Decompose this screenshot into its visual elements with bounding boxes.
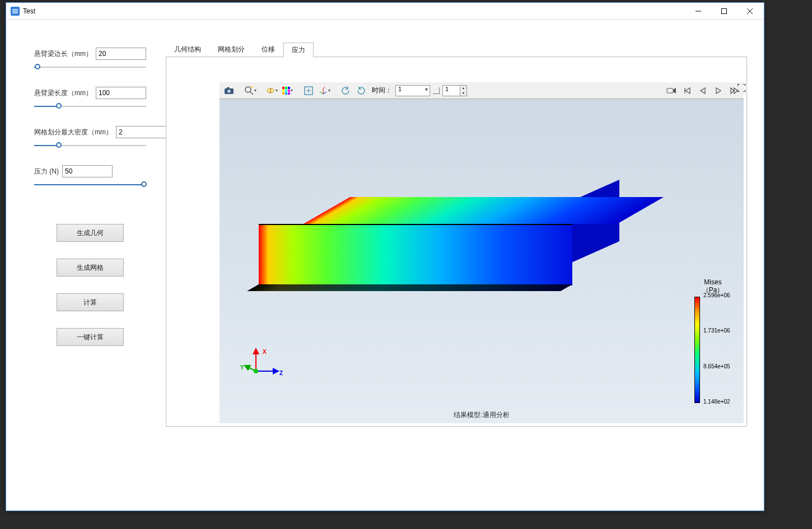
slider-3[interactable] (34, 181, 146, 189)
field-label: 悬臂梁长度（mm） (34, 88, 92, 98)
section-icon[interactable]: ▾ (264, 84, 279, 97)
colormap-icon[interactable]: ▾ (280, 84, 295, 97)
action-button-2[interactable]: 计算 (57, 293, 124, 311)
colorbar: Mises（Pa） 2.596e+061.731e+068.654e+051.1… (693, 278, 732, 403)
svg-point-23 (254, 369, 258, 373)
axes-orient-icon[interactable]: z▾ (317, 84, 332, 97)
prev-frame-icon[interactable] (696, 84, 710, 97)
field-label: 压力 (N) (34, 167, 59, 176)
field-input-3[interactable] (62, 165, 113, 177)
action-button-1[interactable]: 生成网格 (57, 259, 124, 277)
svg-rect-19 (667, 88, 673, 93)
tabbar: 几何结构网格划分位移应力 (166, 42, 747, 57)
tab-1[interactable]: 网格划分 (209, 42, 253, 57)
maximize-button[interactable] (711, 3, 737, 20)
field-label: 悬臂梁边长（mm） (34, 49, 92, 59)
action-button-0[interactable]: 生成几何 (57, 224, 124, 242)
fit-view-icon[interactable] (301, 84, 316, 97)
tab-2[interactable]: 位移 (253, 42, 283, 57)
field-input-1[interactable] (96, 87, 146, 99)
snapshot-icon[interactable] (222, 84, 236, 97)
sidebar: 悬臂梁边长（mm） 悬臂梁长度（mm） 网格划分最大密度（mm） 压力 (N) … (6, 20, 160, 511)
slider-2[interactable] (34, 142, 146, 149)
colorbar-tick: 8.654e+05 (703, 364, 730, 369)
svg-point-3 (227, 90, 231, 93)
colorbar-tick: 1.731e+06 (703, 328, 730, 334)
viewer-toolbar: ▾ ▾ ▾ z▾ 时间： 1 1▴▾ (220, 82, 744, 99)
field-input-2[interactable] (116, 126, 166, 138)
titlebar: Test (6, 3, 764, 20)
svg-rect-16 (288, 92, 290, 95)
3d-viewport[interactable]: X Y Z Mises（Pa） 2.596e+061.731e+068.654e… (220, 99, 744, 423)
svg-rect-4 (227, 87, 230, 89)
play-icon[interactable] (711, 84, 726, 97)
action-button-3[interactable]: 一键计算 (57, 328, 124, 346)
colorbar-tick: 2.596e+06 (703, 293, 730, 298)
svg-rect-14 (282, 92, 284, 95)
time-label: 时间： (372, 86, 392, 95)
svg-text:z: z (324, 86, 325, 89)
colorbar-tick: 1.148e+02 (703, 399, 730, 405)
first-frame-icon[interactable] (680, 84, 694, 97)
slider-0[interactable] (34, 63, 146, 71)
record-icon[interactable] (664, 84, 679, 97)
svg-rect-12 (285, 90, 287, 92)
step-spinner[interactable]: 1▴▾ (442, 85, 467, 96)
svg-rect-15 (285, 92, 287, 95)
field-label: 网格划分最大密度（mm） (34, 128, 113, 137)
svg-rect-13 (288, 90, 290, 92)
svg-rect-9 (285, 87, 287, 89)
slider-1[interactable] (34, 102, 146, 110)
svg-rect-8 (282, 87, 284, 89)
svg-rect-10 (288, 87, 290, 89)
rotate-cw-icon[interactable] (354, 84, 368, 97)
field-input-0[interactable] (96, 48, 146, 60)
main-panel: 几何结构网格划分位移应力 ▾ ▾ ▾ z▾ 时间： 1 (160, 20, 764, 511)
fullscreen-icon[interactable] (738, 84, 745, 92)
app-icon (11, 7, 20, 16)
svg-rect-1 (722, 8, 727, 13)
viewport-panel: ▾ ▾ ▾ z▾ 时间： 1 1▴▾ (166, 57, 747, 427)
beam-model (259, 197, 595, 292)
app-window: Test 悬臂梁边长（mm） 悬臂梁长度（mm） 网格划分最大密度（mm） 压力… (6, 2, 764, 511)
minimize-button[interactable] (685, 3, 711, 20)
svg-point-5 (245, 87, 251, 92)
rotate-ccw-icon[interactable] (338, 84, 353, 97)
tab-3[interactable]: 应力 (283, 43, 314, 57)
time-combo[interactable]: 1 (395, 85, 430, 96)
result-label: 结果模型:通用分析 (220, 410, 744, 420)
step-end-icon[interactable] (431, 84, 441, 97)
svg-rect-11 (282, 90, 284, 92)
zoom-icon[interactable]: ▾ (243, 84, 258, 97)
window-title: Test (23, 7, 685, 15)
tab-0[interactable]: 几何结构 (166, 42, 209, 57)
close-button[interactable] (737, 3, 763, 20)
